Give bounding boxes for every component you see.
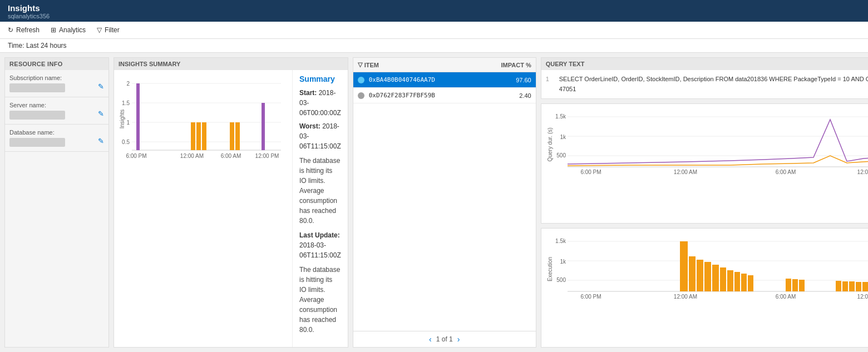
svg-rect-44 <box>704 262 711 291</box>
summary-area: Summary Start: 2018-03-06T00:00:00Z Wors… <box>292 70 348 347</box>
svg-text:12:00 PM: 12:00 PM <box>857 294 868 300</box>
svg-rect-45 <box>712 265 719 291</box>
svg-rect-55 <box>842 281 848 291</box>
summary-worst: Worst: 2018-03-06T11:15:00Z <box>299 121 341 151</box>
svg-rect-49 <box>741 274 747 291</box>
svg-text:1k: 1k <box>560 134 566 140</box>
main-content: RESOURCE INFO Subscription name: ✎ Serve… <box>0 53 868 352</box>
svg-text:Insights: Insights <box>119 110 125 128</box>
refresh-icon: ↻ <box>8 26 13 34</box>
svg-text:1.5k: 1.5k <box>555 113 566 120</box>
svg-text:6:00 AM: 6:00 AM <box>221 153 241 159</box>
insights-bar-chart: 2 1.5 1 0.5 Insights <box>119 75 288 163</box>
svg-text:Execution: Execution <box>547 257 553 281</box>
filter-icon: ▽ <box>97 26 102 34</box>
database-value <box>9 138 65 147</box>
item-icon <box>358 77 364 83</box>
filter-button[interactable]: ▽ Filter <box>97 26 120 34</box>
resource-panel: RESOURCE INFO Subscription name: ✎ Serve… <box>4 57 109 348</box>
svg-rect-57 <box>856 282 861 291</box>
svg-rect-56 <box>849 281 855 291</box>
svg-rect-16 <box>262 103 265 150</box>
server-edit-icon[interactable]: ✎ <box>98 110 104 118</box>
svg-text:1.5: 1.5 <box>122 100 130 106</box>
query-text-panel: QUERY TEXT 1 SELECT OrderLineID, OrderID… <box>541 57 868 99</box>
prev-page-button[interactable]: ‹ <box>429 335 432 344</box>
svg-rect-41 <box>680 241 688 291</box>
svg-text:6:00 PM: 6:00 PM <box>580 294 601 300</box>
subscription-edit-icon[interactable]: ✎ <box>98 82 104 91</box>
analytics-button[interactable]: ⊞ Analytics <box>51 26 86 34</box>
svg-text:6:00 PM: 6:00 PM <box>126 153 146 159</box>
svg-rect-58 <box>862 282 868 291</box>
filter-col-icon: ▽ <box>358 61 362 68</box>
subscription-field: Subscription name: ✎ <box>5 70 108 97</box>
svg-text:1: 1 <box>126 120 130 126</box>
items-panel: ▽ ITEM IMPACT % 0xBA4B0B040746AA7D 97.60… <box>353 57 536 348</box>
svg-rect-10 <box>136 83 140 150</box>
item-impact: 97.60 <box>504 77 531 83</box>
query-duration-chart: Query dur. (s) 1.5k 1k 500 6:00 PM 12:00… <box>546 108 868 181</box>
svg-rect-43 <box>697 260 703 291</box>
svg-rect-11 <box>191 122 195 150</box>
summary-last-update: Last Update: 2018-03-06T11:15:00Z <box>299 230 341 260</box>
item-name: 0xBA4B0B040746AA7D <box>369 76 504 83</box>
svg-text:500: 500 <box>556 277 566 283</box>
summary-desc2: The database is hitting its IO limits. A… <box>299 265 341 335</box>
impact-col-header: IMPACT % <box>497 58 536 72</box>
query-text-content: SELECT OrderLineID, OrderID, StockItemID… <box>559 75 868 94</box>
query-line-num: 1 <box>546 75 555 94</box>
svg-rect-52 <box>792 279 798 291</box>
svg-rect-54 <box>836 281 841 291</box>
toolbar: ↻ Refresh ⊞ Analytics ▽ Filter <box>0 22 868 39</box>
svg-text:6:00 AM: 6:00 AM <box>775 294 796 300</box>
items-header: ▽ ITEM IMPACT % <box>353 58 536 72</box>
query-text-body: 1 SELECT OrderLineID, OrderID, StockItem… <box>541 70 868 98</box>
item-row[interactable]: 0xBA4B0B040746AA7D 97.60 <box>353 72 536 88</box>
server-value <box>9 111 65 120</box>
item-name: 0xD762F283F7FBF59B <box>369 92 504 99</box>
item-icon <box>358 92 364 99</box>
insights-chart-area: 2 1.5 1 0.5 Insights <box>114 70 292 347</box>
query-duration-chart-panel: Query dur. (s) 1.5k 1k 500 6:00 PM 12:00… <box>541 103 868 223</box>
server-label: Server name: <box>9 102 96 108</box>
svg-text:6:00 AM: 6:00 AM <box>775 169 796 175</box>
summary-title: Summary <box>299 75 341 83</box>
svg-text:500: 500 <box>556 152 566 158</box>
svg-rect-15 <box>235 122 240 150</box>
items-footer: ‹ 1 of 1 › <box>353 331 536 347</box>
database-edit-icon[interactable]: ✎ <box>98 137 104 145</box>
app-subtitle: sqlanalytics356 <box>8 13 860 19</box>
summary-desc1: The database is hitting its IO limits. A… <box>299 156 341 226</box>
time-bar: Time: Last 24 hours <box>0 39 868 53</box>
insights-panel: INSIGHTS SUMMARY 2 1.5 1 0.5 Insig <box>114 57 348 348</box>
svg-text:12:00 AM: 12:00 AM <box>180 153 204 159</box>
subscription-value <box>9 83 65 92</box>
item-col-header: ▽ ITEM <box>353 58 383 72</box>
items-list: 0xBA4B0B040746AA7D 97.60 0xD762F283F7FBF… <box>353 72 536 331</box>
svg-rect-47 <box>727 270 733 291</box>
next-page-button[interactable]: › <box>457 335 460 344</box>
svg-text:6:00 PM: 6:00 PM <box>580 169 601 175</box>
refresh-button[interactable]: ↻ Refresh <box>8 26 40 34</box>
svg-text:1.5k: 1.5k <box>555 238 566 244</box>
server-field: Server name: ✎ <box>5 97 108 125</box>
svg-text:12:00 PM: 12:00 PM <box>857 169 868 175</box>
svg-text:12:00 AM: 12:00 AM <box>674 294 697 300</box>
query-panel: QUERY TEXT 1 SELECT OrderLineID, OrderID… <box>541 57 868 348</box>
svg-rect-53 <box>799 280 805 291</box>
item-row[interactable]: 0xD762F283F7FBF59B 2.40 <box>353 88 536 103</box>
svg-text:2: 2 <box>126 81 130 87</box>
database-field: Database name: ✎ <box>5 125 108 152</box>
query-text-header: QUERY TEXT <box>541 58 868 70</box>
subscription-label: Subscription name: <box>9 75 96 81</box>
database-label: Database name: <box>9 129 96 136</box>
pagination-label: 1 of 1 <box>436 335 453 343</box>
svg-text:Query dur. (s): Query dur. (s) <box>547 128 553 162</box>
summary-start: Start: 2018-03-06T00:00:00Z <box>299 88 341 118</box>
execution-bar-chart: Execution 1.5k 1k 500 <box>546 233 868 305</box>
svg-rect-42 <box>689 256 696 291</box>
svg-text:12:00 AM: 12:00 AM <box>674 169 697 175</box>
svg-rect-50 <box>748 275 753 291</box>
app-header: Insights sqlanalytics356 <box>0 0 868 22</box>
